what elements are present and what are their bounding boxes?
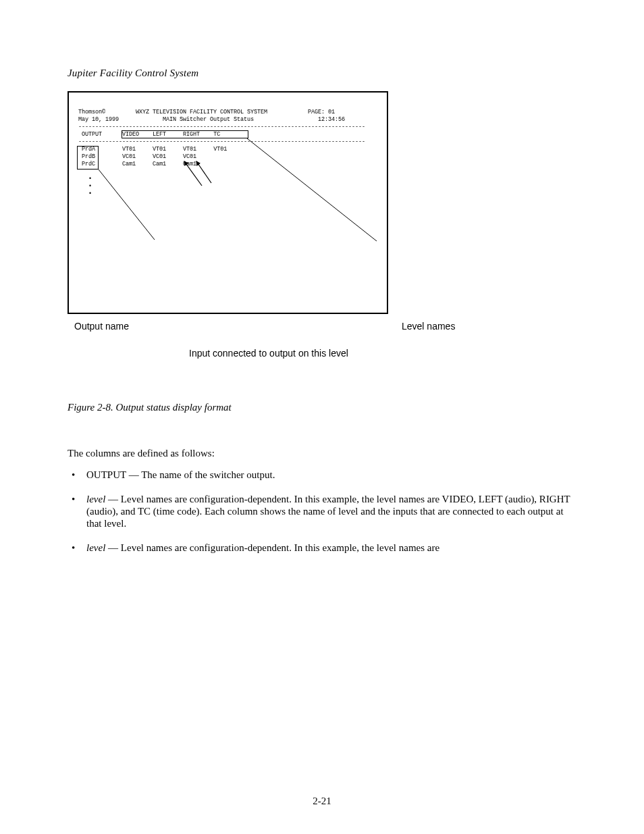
figure-caption: Figure 2-8. Output status display format: [68, 402, 576, 413]
section-label: Jupiter Facility Control System: [68, 68, 576, 79]
list-item: OUTPUT — The name of the switcher output…: [68, 469, 576, 481]
callout-output-name: Output name: [74, 321, 129, 332]
definition-list: OUTPUT — The name of the switcher output…: [68, 469, 576, 554]
callout-input-connected: Input connected to output on this level: [189, 348, 365, 359]
figure-container: Thomson© WXYZ TELEVISION FACILITY CONTRO…: [68, 91, 576, 413]
terminal-screen: Thomson© WXYZ TELEVISION FACILITY CONTRO…: [69, 93, 387, 207]
page-number: 2-21: [0, 796, 644, 807]
terminal-box: Thomson© WXYZ TELEVISION FACILITY CONTRO…: [68, 91, 388, 314]
callout-level-names: Level names: [402, 321, 455, 332]
list-item: level — Level names are configuration-de…: [68, 542, 576, 554]
list-item: level — Level names are configuration-de…: [68, 493, 576, 529]
body-intro: The columns are defined as follows:: [68, 447, 576, 459]
document-page: Jupiter Facility Control System Thomson©…: [0, 0, 644, 606]
